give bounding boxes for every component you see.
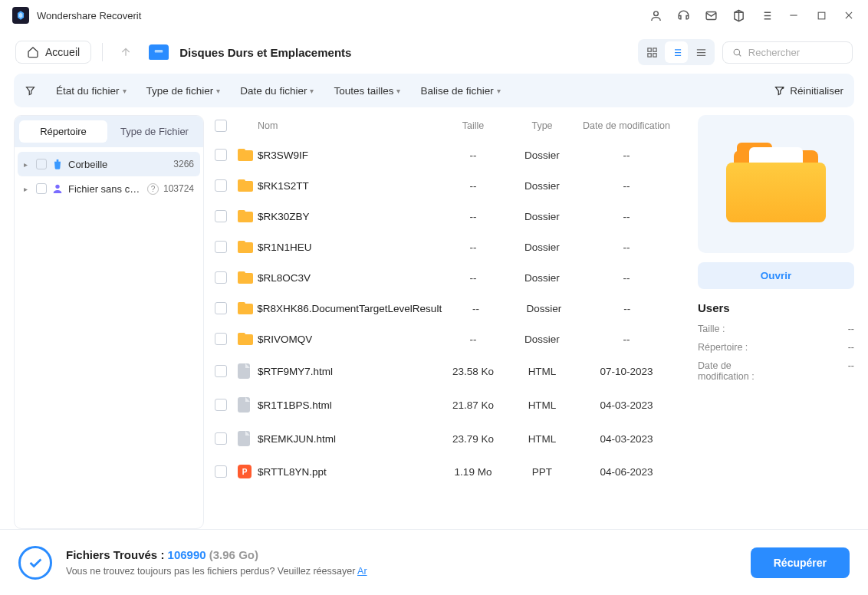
file-date: --: [577, 334, 676, 345]
file-name: $R8XHK86.DocumentTargetLevelResult: [257, 303, 442, 314]
help-icon[interactable]: ?: [147, 183, 159, 195]
expand-icon[interactable]: ▸: [24, 160, 31, 169]
tree-item[interactable]: ▸Corbeille3266: [18, 152, 200, 176]
file-type: Dossier: [510, 303, 578, 314]
col-type[interactable]: Type: [508, 120, 577, 131]
row-checkbox[interactable]: [215, 271, 227, 284]
file-name: $RK1S2TT: [258, 180, 439, 192]
toolbar: Accueil Disques Durs et Emplacements: [0, 31, 868, 74]
file-row[interactable]: $REMKJUN.html23.79 KoHTML04-03-2023: [204, 422, 687, 455]
file-row[interactable]: $R1N1HEU--Dossier--: [204, 232, 687, 262]
file-type: Dossier: [508, 150, 577, 161]
file-size: --: [439, 150, 508, 161]
file-row[interactable]: $RTF9MY7.html23.58 KoHTML07-10-2023: [204, 354, 687, 388]
file-row[interactable]: $R3SW9IF--Dossier--: [204, 140, 687, 170]
col-size[interactable]: Taille: [439, 120, 508, 131]
row-checkbox[interactable]: [215, 241, 227, 253]
view-details-button[interactable]: [689, 41, 712, 63]
row-checkbox[interactable]: [215, 399, 227, 411]
support-icon[interactable]: [676, 8, 690, 22]
sidebar-tab-directory[interactable]: Répertoire: [19, 120, 107, 143]
file-row[interactable]: $RK1S2TT--Dossier--: [204, 170, 687, 201]
search-box[interactable]: [722, 41, 853, 64]
view-grid-button[interactable]: [640, 41, 663, 63]
row-checkbox[interactable]: [215, 302, 227, 314]
account-icon[interactable]: [649, 8, 663, 22]
file-date: 04-03-2023: [577, 399, 676, 411]
file-size: --: [439, 211, 508, 222]
filter-state-dropdown[interactable]: État du fichier▾: [56, 85, 127, 97]
mail-icon[interactable]: [704, 8, 718, 22]
col-date[interactable]: Date de modification: [577, 120, 676, 131]
file-date: --: [577, 180, 676, 192]
filter-size-dropdown[interactable]: Toutes tailles▾: [334, 85, 400, 97]
file-name: $R1N1HEU: [258, 242, 439, 253]
expand-icon[interactable]: ▸: [24, 185, 31, 193]
home-button[interactable]: Accueil: [15, 41, 91, 64]
row-checkbox[interactable]: [215, 333, 227, 345]
svg-rect-7: [647, 53, 650, 56]
search-icon: [732, 47, 742, 58]
file-row[interactable]: $RIVOMQV--Dossier--: [204, 324, 687, 354]
retry-link[interactable]: Ar: [357, 566, 367, 577]
file-row[interactable]: $R8XHK86.DocumentTargetLevelResult--Doss…: [204, 293, 687, 324]
tree-checkbox[interactable]: [36, 183, 47, 194]
open-button[interactable]: Ouvrir: [698, 262, 854, 289]
minimize-icon[interactable]: [787, 8, 801, 22]
package-icon[interactable]: [732, 8, 745, 22]
row-checkbox[interactable]: [215, 432, 227, 445]
arrow-up-icon: [120, 46, 132, 58]
close-icon[interactable]: [842, 8, 856, 22]
file-type: Dossier: [508, 242, 577, 253]
filter-tag-dropdown[interactable]: Balise de fichier▾: [420, 85, 500, 97]
file-date: 07-10-2023: [577, 366, 676, 377]
file-size: --: [439, 242, 508, 253]
file-date: --: [577, 150, 676, 161]
breadcrumb[interactable]: Disques Durs et Emplacements: [179, 46, 351, 59]
row-checkbox[interactable]: [215, 465, 227, 478]
preview-thumbnail: [698, 115, 854, 253]
file-type: Dossier: [508, 211, 577, 222]
col-name[interactable]: Nom: [258, 120, 439, 131]
menu-icon[interactable]: [759, 8, 773, 22]
view-list-button[interactable]: [665, 41, 688, 63]
row-checkbox[interactable]: [215, 179, 227, 192]
file-row[interactable]: $RK30ZBY--Dossier--: [204, 201, 687, 232]
file-row[interactable]: P$RTTL8YN.ppt1.19 MoPPT04-06-2023: [204, 455, 687, 488]
row-checkbox[interactable]: [215, 149, 227, 161]
filter-type-dropdown[interactable]: Type de fichier▾: [146, 85, 221, 97]
maximize-icon[interactable]: [814, 8, 828, 22]
file-row[interactable]: $R1T1BPS.html21.87 KoHTML04-03-2023: [204, 388, 687, 422]
chevron-down-icon: ▾: [216, 87, 220, 95]
sidebar-tab-filetype[interactable]: Type de Fichier: [110, 120, 199, 143]
meta-dir-label: Répertoire :: [698, 342, 748, 353]
ppt-icon: P: [238, 465, 252, 478]
status-check-icon: [18, 546, 52, 580]
search-input[interactable]: [748, 47, 843, 58]
tree-item[interactable]: ▸Fichier sans che...?103724: [18, 176, 200, 201]
file-date: --: [577, 272, 676, 284]
file-name: $RTF9MY7.html: [258, 366, 439, 377]
folder-illustration: [726, 146, 826, 222]
tree-checkbox[interactable]: [36, 159, 47, 169]
file-icon: [238, 363, 250, 379]
footer: Fichiers Trouvés : 106990 (3.96 Go) Vous…: [0, 529, 868, 595]
chevron-down-icon: ▾: [123, 87, 127, 95]
file-row[interactable]: $RL8OC3V--Dossier--: [204, 262, 687, 293]
row-checkbox[interactable]: [215, 365, 227, 377]
folder-icon: [238, 179, 253, 192]
file-type: HTML: [508, 399, 577, 411]
tree: ▸Corbeille3266▸Fichier sans che...?10372…: [15, 147, 203, 205]
svg-rect-5: [647, 48, 650, 51]
recover-button[interactable]: Récupérer: [751, 547, 850, 578]
divider: [102, 43, 103, 61]
select-all-checkbox[interactable]: [215, 120, 227, 132]
row-checkbox[interactable]: [215, 210, 227, 222]
reset-filters-button[interactable]: Réinitialiser: [774, 85, 843, 97]
filter-icon[interactable]: [25, 85, 36, 97]
filter-date-dropdown[interactable]: Date du fichier▾: [240, 85, 314, 97]
main-area: Répertoire Type de Fichier ▸Corbeille326…: [0, 107, 868, 529]
app-logo: [12, 7, 29, 24]
up-button[interactable]: [113, 40, 138, 64]
file-date: --: [577, 242, 676, 253]
